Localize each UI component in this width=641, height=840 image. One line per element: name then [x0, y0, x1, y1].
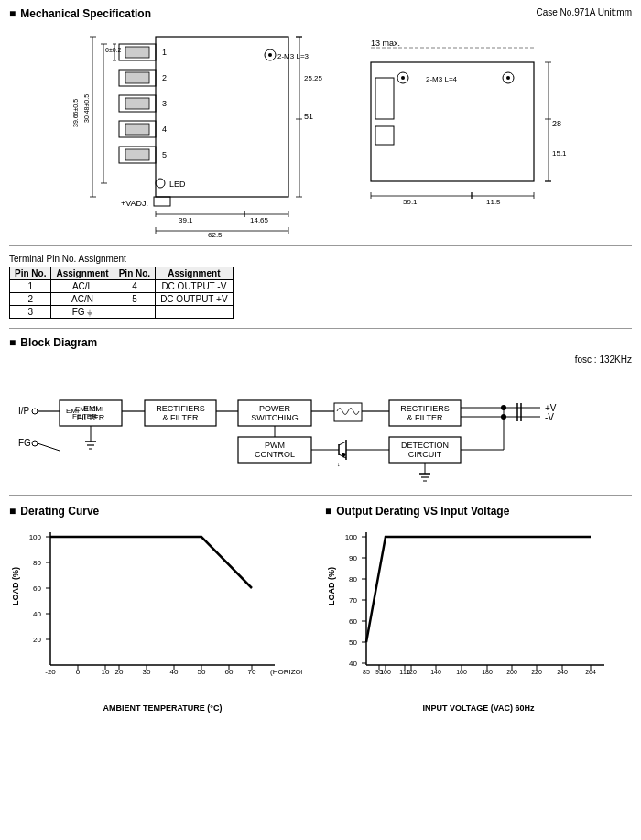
derating-section: Derating Curve 100 80 60 40: [9, 505, 632, 713]
svg-text:2-M3 L=3: 2-M3 L=3: [277, 52, 310, 60]
assign-3: FG ⏚: [51, 306, 114, 319]
svg-text:100: 100: [29, 533, 42, 541]
terminal-table: Pin No. Assignment Pin No. Assignment 1 …: [9, 267, 234, 319]
svg-text:& FILTER: & FILTER: [407, 413, 443, 422]
svg-rect-19: [154, 197, 170, 206]
svg-point-80: [32, 409, 38, 414]
svg-point-21: [268, 53, 272, 57]
svg-text:160: 160: [456, 669, 467, 675]
svg-text:RECTIFIERS: RECTIFIERS: [156, 404, 205, 413]
derating-curve-col: Derating Curve 100 80 60 40: [9, 505, 316, 713]
svg-text:2: 2: [162, 73, 167, 82]
svg-rect-10: [125, 149, 149, 160]
svg-point-62: [506, 76, 510, 80]
assign-2: AC/N: [51, 293, 114, 306]
derating-chart: 100 80 60 40 20 -20 0 10 20: [9, 523, 302, 702]
svg-text:FILTER: FILTER: [77, 413, 105, 422]
svg-text:FG: FG: [18, 438, 31, 448]
bottom-view-diagram: 13 max. 2-M3 L=4 39.1 11.5 28 15.1: [362, 27, 572, 238]
pin-4: 4: [114, 280, 155, 293]
svg-text:11.5: 11.5: [486, 198, 501, 206]
pin-2: 2: [10, 293, 51, 306]
svg-text:85: 85: [363, 669, 370, 675]
svg-text:POWER: POWER: [259, 404, 291, 413]
svg-text:3: 3: [162, 99, 167, 108]
svg-rect-6: [125, 98, 149, 109]
svg-text:LOAD (%): LOAD (%): [11, 567, 20, 605]
pin-empty: [114, 306, 155, 319]
svg-text:RECTIFIERS: RECTIFIERS: [400, 404, 450, 413]
svg-text:DETECTION: DETECTION: [401, 441, 449, 450]
svg-text:CONTROL: CONTROL: [255, 450, 295, 459]
svg-text:80: 80: [33, 559, 41, 567]
svg-text:6±0.2: 6±0.2: [105, 47, 122, 53]
svg-line-84: [38, 443, 60, 451]
mechanical-diagrams: 1 2 3 4 5 LED +VADJ. 2-M3 L=3 51 25.25 3…: [9, 27, 632, 238]
svg-text:39.1: 39.1: [179, 216, 193, 224]
svg-text:100: 100: [345, 533, 358, 541]
assign-4: DC OUTPUT -V: [156, 280, 233, 293]
svg-text:51: 51: [304, 112, 313, 121]
svg-text:(HORIZONTAL): (HORIZONTAL): [270, 668, 302, 676]
output-derating-chart-area: 100 90 80 70 60 50 40 85 95: [325, 523, 632, 713]
output-derating-col: Output Derating VS Input Voltage 100 90 …: [325, 505, 632, 713]
assign-empty: [156, 306, 233, 319]
top-view-diagram: 1 2 3 4 5 LED +VADJ. 2-M3 L=3 51 25.25 3…: [69, 27, 334, 238]
svg-rect-57: [375, 78, 394, 119]
table-row: 3 FG ⏚: [10, 306, 234, 319]
svg-text:20: 20: [33, 636, 41, 644]
svg-text:+VADJ.: +VADJ.: [121, 199, 148, 208]
svg-text:PWM: PWM: [265, 441, 285, 450]
svg-text:14.65: 14.65: [250, 216, 269, 224]
svg-text:264: 264: [585, 669, 596, 675]
svg-text:220: 220: [531, 669, 542, 675]
svg-text:-V: -V: [545, 412, 554, 422]
col-header-pin2: Pin No.: [114, 267, 155, 280]
svg-text:100: 100: [380, 669, 391, 675]
svg-point-83: [32, 441, 38, 446]
svg-text:I/P: I/P: [18, 406, 30, 416]
fosc-label: fosc : 132KHz: [9, 355, 632, 365]
assign-1: AC/L: [51, 280, 114, 293]
svg-text:28: 28: [552, 119, 561, 128]
svg-text:60: 60: [33, 584, 41, 593]
block-diagram-title: Block Diagram: [9, 336, 632, 349]
svg-rect-2: [125, 47, 149, 58]
svg-text:240: 240: [557, 669, 568, 675]
table-row: 2 AC/N 5 DC OUTPUT +V: [10, 293, 234, 306]
svg-text:120: 120: [406, 669, 417, 675]
svg-point-60: [401, 76, 405, 80]
svg-rect-105: [334, 403, 362, 421]
svg-text:140: 140: [430, 669, 441, 675]
output-derating-chart: 100 90 80 70 60 50 40 85 95: [325, 523, 627, 702]
svg-text:50: 50: [349, 638, 357, 647]
svg-text:EMI: EMI: [83, 404, 98, 413]
svg-text:62.5: 62.5: [208, 231, 223, 238]
svg-text:90: 90: [349, 554, 357, 562]
block-diagram-svg: I/P FG EMI EMI EMI FILTER EMI FILTER REC…: [9, 368, 632, 487]
svg-text:2-M3 L=4: 2-M3 L=4: [426, 75, 458, 83]
svg-text:SWITCHING: SWITCHING: [251, 413, 299, 422]
col-header-pin1: Pin No.: [10, 267, 51, 280]
assign-5: DC OUTPUT +V: [156, 293, 233, 306]
svg-text:1: 1: [162, 48, 167, 57]
case-info: Case No.971A Unit:mm: [537, 7, 633, 17]
svg-text:70: 70: [349, 596, 357, 605]
svg-text:39.66±0.5: 39.66±0.5: [72, 99, 79, 127]
svg-text:4: 4: [162, 125, 167, 134]
terminal-section: Terminal Pin No. Assignment Pin No. Assi…: [9, 254, 632, 319]
block-diagram-section: Block Diagram fosc : 132KHz I/P FG EMI E…: [9, 336, 632, 487]
pin-5: 5: [114, 293, 155, 306]
svg-text:180: 180: [482, 669, 493, 675]
svg-text:40: 40: [33, 610, 41, 618]
svg-text:39.1: 39.1: [403, 198, 418, 206]
svg-text:200: 200: [506, 669, 517, 675]
col-header-assign2: Assignment: [156, 267, 233, 280]
mech-spec-title: Mechanical Specification: [9, 7, 151, 20]
svg-text:5: 5: [162, 150, 167, 159]
svg-point-16: [156, 179, 165, 188]
svg-text:15.1: 15.1: [552, 149, 567, 158]
svg-text:13 max.: 13 max.: [371, 38, 400, 48]
output-derating-title: Output Derating VS Input Voltage: [325, 505, 632, 518]
output-derating-xlabel: INPUT VOLTAGE (VAC) 60Hz: [325, 704, 632, 713]
